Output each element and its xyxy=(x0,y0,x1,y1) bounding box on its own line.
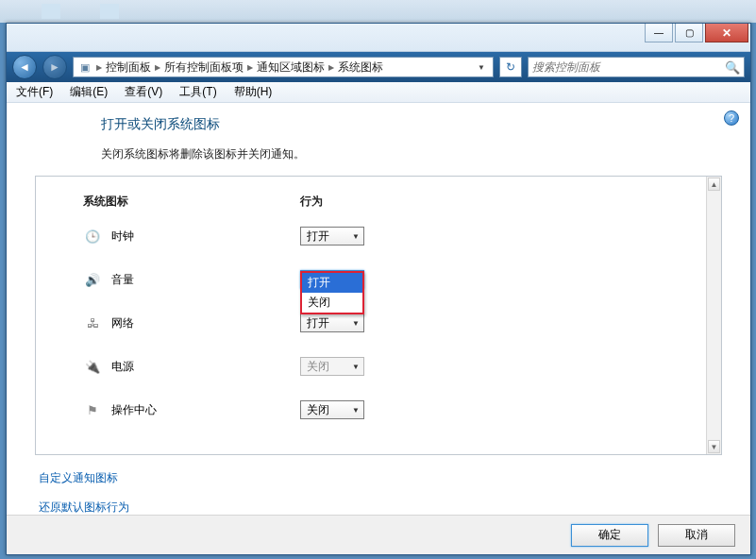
taskbar-thumb xyxy=(100,4,119,19)
row-action-center: ⚑ 操作中心 关闭 ▼ xyxy=(83,400,683,419)
dropdown-option-open[interactable]: 打开 xyxy=(302,273,362,293)
explorer-window: ― ▢ ✕ ◄ ► ▣ ▶ 控制面板 ▶ 所有控制面板项 ▶ 通知区域图标 ▶ … xyxy=(6,23,751,555)
link-customize-icons[interactable]: 自定义通知图标 xyxy=(39,471,118,484)
close-button[interactable]: ✕ xyxy=(705,24,748,42)
row-clock: 🕒 时钟 打开 ▼ xyxy=(83,227,683,246)
menu-edit[interactable]: 编辑(E) xyxy=(66,82,111,102)
chevron-down-icon[interactable]: ▼ xyxy=(474,63,489,72)
row-power: 🔌 电源 关闭 ▼ xyxy=(83,357,683,376)
breadcrumb-segment[interactable]: 通知区域图标 xyxy=(257,59,325,76)
combo-power: 关闭 ▼ xyxy=(300,357,364,376)
combo-value: 关闭 xyxy=(307,402,329,418)
row-label: 电源 xyxy=(111,359,300,375)
page-title: 打开或关闭系统图标 xyxy=(101,116,722,133)
network-icon: 🖧 xyxy=(83,315,102,330)
row-label: 音量 xyxy=(111,272,300,288)
breadcrumb-segment[interactable]: 控制面板 xyxy=(106,59,151,76)
page-subtext: 关闭系统图标将删除该图标并关闭通知。 xyxy=(101,146,722,162)
search-icon[interactable]: 🔍 xyxy=(725,60,740,75)
row-volume: 🔊 音量 打开 ▼ xyxy=(83,270,683,289)
refresh-button[interactable]: ↻ xyxy=(499,57,522,77)
menu-file[interactable]: 文件(F) xyxy=(12,82,57,102)
chevron-down-icon: ▼ xyxy=(352,232,360,241)
combo-value: 打开 xyxy=(307,229,329,245)
menu-view[interactable]: 查看(V) xyxy=(121,82,166,102)
combo-clock[interactable]: 打开 ▼ xyxy=(300,227,364,246)
chevron-down-icon: ▼ xyxy=(352,319,360,328)
help-icon[interactable]: ? xyxy=(724,110,739,126)
content-area: ? 打开或关闭系统图标 关闭系统图标将删除该图标并关闭通知。 ▲ ▼ 系统图标 … xyxy=(7,103,750,521)
col-header-behavior: 行为 xyxy=(300,194,323,210)
scroll-down-icon[interactable]: ▼ xyxy=(708,440,720,453)
arrow-right-icon: ► xyxy=(49,60,60,74)
search-input[interactable] xyxy=(532,60,725,74)
arrow-left-icon: ◄ xyxy=(19,60,30,74)
volume-icon: 🔊 xyxy=(83,272,102,287)
menu-tools[interactable]: 工具(T) xyxy=(176,82,220,102)
chevron-down-icon: ▼ xyxy=(352,406,360,415)
title-bar: ― ▢ ✕ xyxy=(7,24,750,52)
cancel-button[interactable]: 取消 xyxy=(658,524,735,547)
breadcrumb-segment[interactable]: 系统图标 xyxy=(338,59,383,76)
col-header-icon: 系统图标 xyxy=(83,194,300,210)
row-label: 网络 xyxy=(111,315,300,331)
row-network: 🖧 网络 打开 ▼ xyxy=(83,313,683,332)
chevron-right-icon: ▶ xyxy=(94,63,104,72)
search-box[interactable]: 🔍 xyxy=(528,57,745,77)
address-bar[interactable]: ▣ ▶ 控制面板 ▶ 所有控制面板项 ▶ 通知区域图标 ▶ 系统图标 ▼ xyxy=(73,57,494,77)
desktop-taskbar xyxy=(0,0,756,23)
menu-bar: 文件(F) 编辑(E) 查看(V) 工具(T) 帮助(H) xyxy=(7,82,750,103)
combo-action-center[interactable]: 关闭 ▼ xyxy=(300,400,364,419)
nav-bar: ◄ ► ▣ ▶ 控制面板 ▶ 所有控制面板项 ▶ 通知区域图标 ▶ 系统图标 ▼… xyxy=(7,52,750,82)
row-label: 时钟 xyxy=(111,229,300,245)
control-panel-icon: ▣ xyxy=(77,59,92,75)
power-icon: 🔌 xyxy=(83,359,102,374)
maximize-button[interactable]: ▢ xyxy=(675,24,703,42)
ok-button[interactable]: 确定 xyxy=(571,524,648,547)
icons-panel: ▲ ▼ 系统图标 行为 🕒 时钟 打开 ▼ xyxy=(35,176,722,455)
minimize-button[interactable]: ― xyxy=(645,24,673,42)
menu-help[interactable]: 帮助(H) xyxy=(230,82,277,102)
chevron-right-icon: ▶ xyxy=(327,63,336,72)
combo-volume-dropdown[interactable]: 打开 关闭 xyxy=(300,271,364,314)
dropdown-option-close[interactable]: 关闭 xyxy=(302,293,362,313)
chevron-right-icon: ▶ xyxy=(245,63,255,72)
forward-button[interactable]: ► xyxy=(42,55,67,79)
icons-table: 系统图标 行为 🕒 时钟 打开 ▼ 🔊 音量 xyxy=(36,177,721,419)
table-header: 系统图标 行为 xyxy=(83,194,683,210)
combo-value: 打开 xyxy=(307,315,329,331)
link-restore-defaults[interactable]: 还原默认图标行为 xyxy=(39,500,129,514)
flag-icon: ⚑ xyxy=(83,402,102,417)
back-button[interactable]: ◄ xyxy=(12,55,37,79)
dialog-footer: 确定 取消 xyxy=(7,515,750,554)
combo-value: 关闭 xyxy=(307,359,329,375)
row-label: 操作中心 xyxy=(111,402,300,418)
taskbar-thumb xyxy=(42,4,60,19)
chevron-right-icon: ▶ xyxy=(153,63,162,72)
combo-network[interactable]: 打开 ▼ xyxy=(300,313,364,332)
breadcrumb-segment[interactable]: 所有控制面板项 xyxy=(164,59,244,76)
clock-icon: 🕒 xyxy=(83,229,102,244)
refresh-icon: ↻ xyxy=(506,60,515,74)
chevron-down-icon: ▼ xyxy=(352,363,360,371)
